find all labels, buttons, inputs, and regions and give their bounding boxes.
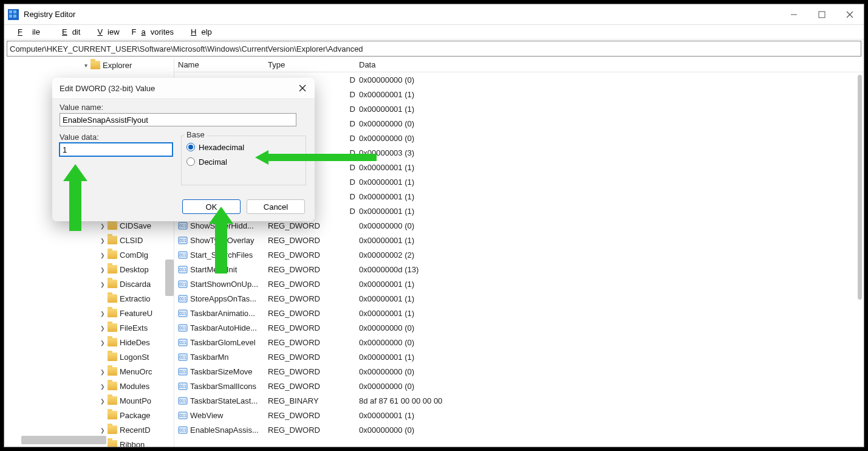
svg-text:011: 011 bbox=[179, 355, 186, 359]
list-row[interactable]: 011TaskbarGlomLevelREG_DWORD0x00000000 (… bbox=[174, 335, 864, 349]
base-group-label: Base bbox=[184, 130, 207, 139]
radio-hex-indicator bbox=[186, 143, 195, 151]
tree-item[interactable]: FileExts bbox=[4, 320, 174, 335]
column-header-type[interactable]: Type bbox=[268, 60, 359, 69]
dialog-body: Value name: Value data: Base Hexadecimal… bbox=[52, 98, 315, 221]
svg-text:011: 011 bbox=[179, 384, 186, 388]
reg-value-icon: 011 bbox=[178, 235, 188, 245]
menu-edit[interactable]: Edit bbox=[52, 26, 85, 38]
reg-value-icon: 011 bbox=[178, 352, 188, 362]
tree-item[interactable]: Modules bbox=[4, 379, 174, 393]
radio-decimal[interactable]: Decimal bbox=[186, 154, 301, 169]
svg-text:011: 011 bbox=[179, 267, 186, 272]
tree-item[interactable]: Desktop bbox=[4, 262, 174, 277]
svg-text:011: 011 bbox=[179, 253, 186, 257]
list-row[interactable]: 011TaskbarAnimatio...REG_DWORD0x00000001… bbox=[174, 306, 864, 320]
menu-file[interactable]: File bbox=[8, 26, 50, 38]
value-name-label: Value name: bbox=[60, 103, 307, 112]
reg-value-icon: 011 bbox=[178, 221, 188, 230]
regedit-icon bbox=[8, 9, 19, 20]
ok-button[interactable]: OK bbox=[182, 199, 241, 214]
column-header-data[interactable]: Data bbox=[359, 60, 864, 69]
radio-dec-label: Decimal bbox=[199, 157, 227, 167]
window-scrollbar-thumb[interactable] bbox=[858, 75, 862, 300]
list-row[interactable]: 011StartMenuInitREG_DWORD0x0000000d (13) bbox=[174, 262, 864, 277]
titlebar: Registry Editor bbox=[4, 4, 864, 25]
svg-text:011: 011 bbox=[179, 297, 186, 301]
column-header-name[interactable]: Name bbox=[178, 60, 268, 69]
dialog-titlebar: Edit DWORD (32-bit) Value bbox=[52, 78, 315, 98]
tree-item[interactable]: HideDes bbox=[4, 335, 174, 349]
reg-value-icon: 011 bbox=[178, 410, 188, 420]
tree-item[interactable]: RecentD bbox=[4, 422, 174, 437]
reg-value-icon: 011 bbox=[178, 279, 188, 289]
svg-text:011: 011 bbox=[179, 311, 186, 315]
tree-item[interactable]: LogonSt bbox=[4, 349, 174, 364]
svg-rect-4 bbox=[13, 15, 16, 18]
reg-value-icon: 011 bbox=[178, 294, 188, 303]
reg-value-icon: 011 bbox=[178, 396, 188, 405]
radio-hexadecimal[interactable]: Hexadecimal bbox=[186, 140, 301, 154]
tree-item[interactable]: MountPo bbox=[4, 393, 174, 408]
svg-rect-2 bbox=[13, 10, 16, 13]
tree-scrollbar-thumb[interactable] bbox=[165, 260, 174, 296]
address-bar[interactable]: Computer\HKEY_CURRENT_USER\Software\Micr… bbox=[7, 41, 861, 57]
svg-text:011: 011 bbox=[179, 413, 186, 418]
list-row[interactable]: 011TaskbarMnREG_DWORD0x00000001 (1) bbox=[174, 349, 864, 364]
list-row[interactable]: 011ShowTypeOverlayREG_DWORD0x00000001 (1… bbox=[174, 233, 864, 247]
tree-item[interactable]: Extractio bbox=[4, 291, 174, 306]
list-row[interactable]: 011StoreAppsOnTas...REG_DWORD0x00000001 … bbox=[174, 291, 864, 306]
maximize-button[interactable] bbox=[808, 4, 836, 25]
svg-text:011: 011 bbox=[179, 282, 186, 286]
list-row[interactable]: 011TaskbarSmallIconsREG_DWORD0x00000000 … bbox=[174, 379, 864, 393]
tree-hscroll-thumb[interactable] bbox=[21, 436, 106, 444]
dialog-close-button[interactable] bbox=[294, 80, 311, 96]
window-controls bbox=[780, 4, 864, 25]
list-row[interactable]: 011WebViewREG_DWORD0x00000001 (1) bbox=[174, 408, 864, 422]
list-row[interactable]: 011TaskbarStateLast...REG_BINARY8d af 87… bbox=[174, 393, 864, 408]
reg-value-icon: 011 bbox=[178, 381, 188, 391]
close-button[interactable] bbox=[836, 4, 864, 25]
list-row[interactable]: 011Start_SearchFilesREG_DWORD0x00000002 … bbox=[174, 247, 864, 262]
svg-rect-3 bbox=[9, 15, 12, 18]
dialog-title-text: Edit DWORD (32-bit) Value bbox=[60, 84, 155, 93]
minimize-button[interactable] bbox=[780, 4, 808, 25]
list-header: Name Type Data bbox=[174, 58, 864, 72]
tree-item-explorer[interactable]: Explorer bbox=[4, 58, 174, 72]
reg-value-icon: 011 bbox=[178, 337, 188, 347]
tree-item[interactable]: MenuOrc bbox=[4, 364, 174, 379]
tree-item[interactable]: CLSID bbox=[4, 233, 174, 247]
value-name-input[interactable] bbox=[60, 113, 296, 126]
svg-text:011: 011 bbox=[179, 238, 186, 243]
dialog-buttons: OK Cancel bbox=[182, 199, 305, 214]
reg-value-icon: 011 bbox=[178, 250, 188, 260]
menu-favorites[interactable]: Favorites bbox=[127, 26, 179, 38]
edit-dword-dialog: Edit DWORD (32-bit) Value Value name: Va… bbox=[52, 78, 315, 221]
svg-text:011: 011 bbox=[179, 428, 186, 432]
tree-item[interactable]: Package bbox=[4, 408, 174, 422]
reg-value-icon: 011 bbox=[178, 425, 188, 435]
list-row[interactable]: 011TaskbarSizeMoveREG_DWORD0x00000000 (0… bbox=[174, 364, 864, 379]
radio-dec-indicator bbox=[186, 157, 195, 166]
tree-item[interactable]: FeatureU bbox=[4, 306, 174, 320]
menubar: File Edit View Favorites Help bbox=[4, 25, 864, 40]
svg-text:011: 011 bbox=[179, 399, 186, 403]
svg-text:011: 011 bbox=[179, 224, 186, 228]
list-row[interactable]: 011EnableSnapAssis...REG_DWORD0x00000000… bbox=[174, 422, 864, 437]
value-data-input[interactable] bbox=[60, 143, 173, 156]
tree-item[interactable]: Discarda bbox=[4, 277, 174, 291]
window-title: Registry Editor bbox=[24, 10, 75, 19]
menu-view[interactable]: View bbox=[87, 26, 124, 38]
reg-value-icon: 011 bbox=[178, 323, 188, 332]
base-group: Base Hexadecimal Decimal bbox=[181, 136, 306, 185]
radio-hex-label: Hexadecimal bbox=[199, 143, 244, 152]
list-row[interactable]: 011StartShownOnUp...REG_DWORD0x00000001 … bbox=[174, 277, 864, 291]
svg-text:011: 011 bbox=[179, 370, 186, 374]
list-row[interactable]: 011TaskbarAutoHide...REG_DWORD0x00000000… bbox=[174, 320, 864, 335]
cancel-button[interactable]: Cancel bbox=[247, 199, 305, 214]
svg-rect-1 bbox=[9, 10, 12, 13]
tree-item[interactable]: ComDlg bbox=[4, 247, 174, 262]
menu-help[interactable]: Help bbox=[181, 26, 217, 38]
svg-text:011: 011 bbox=[179, 340, 186, 345]
svg-rect-6 bbox=[819, 12, 825, 18]
